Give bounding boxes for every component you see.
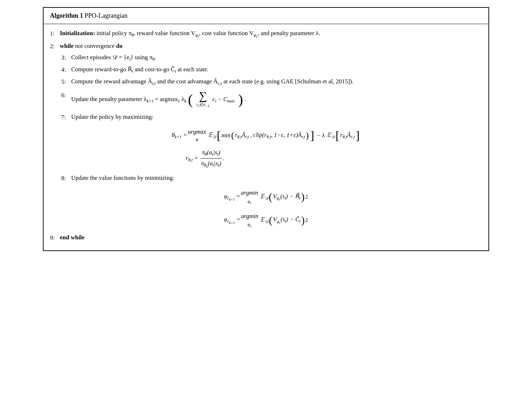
comma1: , [250, 130, 252, 140]
minus-lambda: − λ [317, 130, 325, 140]
line-num-2: 2: [50, 41, 60, 51]
line-num-1: 1: [50, 28, 60, 38]
big-bracket-open2: [ [335, 130, 339, 141]
while-condition: not convergence [75, 43, 116, 49]
end-while-label: end while [60, 234, 84, 241]
algorithm-header: Algorithm 1 PPO-Lagrangian [44, 8, 488, 24]
r-numerator: πθ(at|st) [200, 148, 222, 158]
argmin-r-sub: φr [248, 198, 251, 206]
e-d-c: 𝔼𝒟 [260, 215, 268, 226]
min-term1: rθ,tÂr,t [235, 130, 249, 141]
paren-close-min: ) [306, 128, 309, 143]
algo-line-3: 3: Collect episodes 𝒟 = {ei} using πθ. [50, 52, 482, 63]
big-paren-c-close: ) [301, 212, 305, 228]
line-content-7: Update the policy by maximizing: [71, 112, 482, 122]
sum-symbol: ∑ [199, 90, 207, 101]
algo-line-7: 7: Update the policy by maximizing: [50, 112, 482, 122]
algo-line-1: 1: Initialization: initial policy πθ, re… [50, 28, 482, 40]
line6-period: . [244, 96, 246, 102]
argmax-block: argmax θ [188, 127, 206, 144]
line8-text: Update the value functions by minimizing… [71, 174, 174, 181]
paren-open-min: ( [231, 128, 234, 143]
sum-content: ci − Cmax [213, 96, 235, 102]
initialization-label: Initialization: [60, 30, 95, 37]
cost-term: rθ,tÂc,t [340, 130, 355, 141]
v-phi-c: Vφc(st) − Ĉt [273, 215, 301, 226]
line-content-1: Initialization: initial policy πθ, rewar… [60, 28, 482, 40]
do-keyword: do [116, 43, 123, 49]
line3-text: Collect episodes 𝒟 = {ei} using πθ. [71, 54, 156, 61]
theta-lhs: θk+1 = [172, 130, 187, 141]
square-r: 2 [305, 193, 308, 201]
line-num-3: 3: [61, 52, 71, 62]
line-content-6: Update the penalty parameter λk+1 = argm… [71, 90, 482, 109]
line-content-9: end while [60, 233, 482, 242]
expectation-D: 𝔼𝒟 [208, 130, 216, 141]
line-num-4: 4: [61, 65, 71, 74]
argmax-text: argmax [188, 127, 206, 137]
line6-text: Update the penalty parameter λk+1 = argm… [71, 96, 187, 102]
r-denominator: πθk(at|st) [200, 158, 223, 170]
line7-text: Update the policy by maximizing: [71, 113, 153, 120]
line-content-5: Compute the reward advantage Âr,t and th… [71, 77, 482, 87]
r-fraction: πθ(at|st) πθk(at|st) [200, 148, 223, 169]
argmin-c-block: argmin φc [241, 211, 259, 229]
e-d-r: 𝔼𝒟 [260, 191, 268, 202]
line-num-7: 7: [61, 112, 71, 122]
line-num-8: 8: [61, 173, 71, 183]
min-expr: min [221, 130, 231, 140]
policy-equation: θk+1 = argmax θ 𝔼𝒟 [ min ( rθ,tÂr,t , cl… [172, 127, 361, 169]
sum-expr-6: ∑ ci∈e−1 ci − Cmax [197, 90, 235, 109]
policy-equation-block: θk+1 = argmax θ 𝔼𝒟 [ min ( rθ,tÂr,t , cl… [50, 127, 482, 169]
line-content-4: Compute reward-to-go R̂t and cost-to-go … [71, 65, 482, 75]
algo-line-2: 2: while not convergence do [50, 41, 482, 51]
big-paren-r-close: ) [301, 189, 305, 205]
big-paren-c-open: ( [269, 212, 272, 228]
phi-c-lhs: φck+1 = [224, 215, 240, 226]
phi-r-lhs: φrk+1 = [224, 191, 240, 203]
theta-eq-line: θk+1 = argmax θ 𝔼𝒟 [ min ( rθ,tÂr,t , cl… [172, 127, 361, 144]
v-phi-r: Vφr(st) − R̂t [273, 191, 300, 203]
line-num-6: 6: [61, 90, 71, 100]
algorithm-body: 1: Initialization: initial policy πθ, re… [44, 24, 488, 250]
algorithm-box: Algorithm 1 PPO-Lagrangian 1: Initializa… [43, 7, 489, 251]
line-num-9: 9: [50, 233, 60, 243]
argmax-sub: θ [196, 137, 198, 144]
phi-c-eq: φck+1 = argmin φc 𝔼𝒟 ( Vφc(st) − Ĉt ) 2 [224, 211, 308, 229]
argmin-c-text: argmin [241, 211, 259, 221]
sum-subscript: ci∈e−1 [197, 101, 210, 109]
big-bracket-open: [ [217, 130, 221, 141]
line5-text: Compute the reward advantage Âr,t and th… [71, 78, 353, 85]
line4-text: Compute reward-to-go R̂t and cost-to-go … [71, 66, 209, 73]
r-eq-line: rθ,t = πθ(at|st) πθk(at|st) . [186, 148, 361, 169]
algorithm-title-bold: Algorithm 1 [50, 12, 83, 19]
big-paren-r-open: ( [269, 189, 272, 205]
algorithm-title-rest: PPO-Lagrangian [83, 12, 128, 19]
line-num-5: 5: [61, 77, 71, 87]
algo-line-6: 6: Update the penalty parameter λk+1 = a… [50, 90, 482, 109]
r-lhs: rθ,t = [186, 153, 198, 164]
r-period: . [222, 154, 224, 163]
phi-r-eq: φrk+1 = argmin φr 𝔼𝒟 ( Vφr(st) − R̂t ) 2 [224, 188, 308, 206]
clip-expr: clip(rθ,t, 1−ε, 1+ε)Âr,t [253, 130, 305, 141]
line-content-8: Update the value functions by minimizing… [71, 173, 482, 183]
algo-line-5: 5: Compute the reward advantage Âr,t and… [50, 77, 482, 87]
algo-line-4: 4: Compute reward-to-go R̂t and cost-to-… [50, 65, 482, 75]
expectation-D2: 𝔼𝒟 [327, 130, 335, 141]
argmin-c-sub: φc [248, 221, 252, 229]
algo-line-9: 9: end while [50, 233, 482, 243]
big-bracket-close2: ] [356, 130, 360, 141]
argmin-r-text: argmin [241, 188, 258, 198]
algo-line-8: 8: Update the value functions by minimiz… [50, 173, 482, 183]
init-text: initial policy πθ, reward value function… [96, 30, 320, 37]
big-bracket-close: ] [310, 130, 314, 141]
while-keyword: while [60, 43, 74, 49]
big-paren-close-6: ) [238, 91, 243, 107]
line-content-3: Collect episodes 𝒟 = {ei} using πθ. [71, 52, 482, 63]
line-content-2: while not convergence do [60, 41, 482, 51]
argmin-r-block: argmin φr [241, 188, 258, 206]
value-equations-block: φrk+1 = argmin φr 𝔼𝒟 ( Vφr(st) − R̂t ) 2… [50, 188, 482, 229]
square-c: 2 [305, 216, 308, 224]
big-paren-open-6: ( [188, 91, 193, 107]
